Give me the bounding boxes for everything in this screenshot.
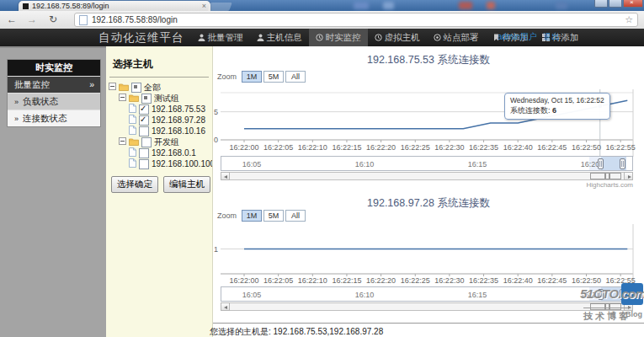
chart-scrollbar[interactable] xyxy=(221,172,633,180)
x-axis-label: 16:22:25 xyxy=(397,143,434,152)
tree-node-192.168.0.1[interactable]: 192.168.0.1 xyxy=(106,147,212,158)
desktop-blur-decoration xyxy=(556,2,567,9)
back-icon[interactable]: ← xyxy=(7,13,17,26)
button-选择确定[interactable]: 选择确定 xyxy=(111,176,158,193)
logout-link[interactable]: 退出 xyxy=(543,31,560,43)
zoom-button-1m[interactable]: 1M xyxy=(242,210,262,222)
chart-navigator[interactable] xyxy=(221,156,633,171)
double-arrow-icon: » xyxy=(89,77,94,93)
zoom-button-5m[interactable]: 5M xyxy=(263,71,284,83)
checkbox-unchecked[interactable] xyxy=(141,137,152,147)
button-编辑主机[interactable]: 编辑主机 xyxy=(163,176,210,193)
sidebar-item-批量监控[interactable]: 批量监控» xyxy=(8,76,100,93)
nav-item-时实监控[interactable]: 时实监控 xyxy=(309,29,368,46)
divider xyxy=(109,77,209,78)
new-tab-button[interactable] xyxy=(207,3,232,11)
chevron-icon: » xyxy=(14,98,19,106)
forward-icon[interactable]: → xyxy=(27,13,37,26)
reload-icon[interactable]: ↻ xyxy=(49,13,57,26)
navigator-tick-label: 16:10 xyxy=(348,160,381,168)
x-axis-label: 16:22:15 xyxy=(328,143,365,152)
scrollbar-thumb[interactable] xyxy=(590,173,621,179)
x-axis-label: 16:22:10 xyxy=(294,143,331,152)
x-axis-label: 16:22:35 xyxy=(466,276,503,285)
y-axis-label: 5 xyxy=(213,108,218,116)
desktop-blur-decoration xyxy=(354,2,369,9)
nav-item-批量管理[interactable]: 批量管理 xyxy=(191,29,250,46)
tree-node-测试组[interactable]: 测试组 xyxy=(106,93,212,104)
chart-navigator[interactable] xyxy=(221,286,633,302)
nav-item-站点部署[interactable]: 站点部署 xyxy=(427,29,486,46)
bookmark-star-icon[interactable]: ☆ xyxy=(625,14,633,25)
nav-item-虚拟主机[interactable]: 虚拟主机 xyxy=(368,29,427,46)
close-window-button[interactable] xyxy=(623,0,643,8)
tree-node-label: 全部 xyxy=(144,82,161,94)
checkbox-checked[interactable] xyxy=(139,104,149,115)
x-axis-label: 16:22:55 xyxy=(602,143,639,152)
tree-node-192.168.75.53[interactable]: 192.168.75.53 xyxy=(106,104,212,115)
minimize-button[interactable] xyxy=(594,0,608,8)
url-text[interactable]: 192.168.75.58:89/login xyxy=(92,15,625,24)
scrollbar-left-arrow[interactable] xyxy=(221,302,230,311)
tooltip-value: 6 xyxy=(552,106,556,115)
collapse-toggle-icon[interactable] xyxy=(109,83,116,92)
tooltip-series-label: 系统连接数: xyxy=(510,106,552,115)
sidebar-item-连接数状态[interactable]: »连接数状态 xyxy=(8,110,100,126)
chart-title: 192.168.75.53 系统连接数 xyxy=(213,53,644,67)
x-axis-label: 16:22:35 xyxy=(466,143,503,152)
x-axis-label: 16:22:40 xyxy=(499,143,536,152)
x-axis-label: 16:22:50 xyxy=(568,143,605,152)
y-axis-label: 0 xyxy=(213,136,218,144)
zoom-button-all[interactable]: All xyxy=(285,210,306,222)
x-axis-label: 16:22:05 xyxy=(260,276,297,285)
zoom-label: Zoom xyxy=(217,72,237,81)
zoom-button-1m[interactable]: 1M xyxy=(242,71,262,83)
scrollbar-right-arrow[interactable] xyxy=(624,172,633,180)
navigator-handle[interactable] xyxy=(598,158,604,169)
tree-node-192.168.100.100[interactable]: 192.168.100.100 xyxy=(106,158,212,169)
navigator-tick-label: 16:15 xyxy=(460,160,494,168)
zoom-button-5m[interactable]: 5M xyxy=(263,210,284,222)
checkbox-unchecked[interactable] xyxy=(139,148,149,158)
nav-item-label: 站点部署 xyxy=(444,32,479,44)
checkbox-checked[interactable] xyxy=(139,115,149,126)
tree-node-192.168.97.28[interactable]: 192.168.97.28 xyxy=(106,115,212,126)
zoom-button-all[interactable]: All xyxy=(285,71,306,83)
maximize-button[interactable] xyxy=(609,0,622,8)
nav-item-label: 虚拟主机 xyxy=(385,32,420,44)
tree-node-label: 192.168.10.16 xyxy=(152,126,205,136)
highcharts-credit[interactable]: Highcharts.com xyxy=(586,181,633,189)
host-file-icon xyxy=(129,147,136,158)
navigator-handle[interactable] xyxy=(620,158,625,169)
checkbox-unchecked[interactable] xyxy=(139,126,149,136)
tab-title: 192.168.75.58:89/login xyxy=(32,2,199,10)
y-axis-label: 1 xyxy=(213,245,218,254)
checkbox-partial[interactable] xyxy=(131,83,141,93)
zoom-label: Zoom xyxy=(217,211,237,220)
host-file-icon xyxy=(129,126,136,136)
tree-node-开发组[interactable]: 开发组 xyxy=(106,136,212,147)
tree-node-全部[interactable]: 全部 xyxy=(106,82,212,93)
page-icon xyxy=(79,15,88,25)
scrollbar-left-arrow[interactable] xyxy=(221,172,230,180)
clock-icon xyxy=(375,33,382,43)
user-icon xyxy=(198,33,205,43)
close-tab-icon[interactable]: × xyxy=(202,3,206,10)
zoom-controls: Zoom1M5MAll xyxy=(217,71,306,83)
collapse-toggle-icon[interactable] xyxy=(119,137,126,147)
window-controls xyxy=(594,0,643,8)
nav-item-主机信息[interactable]: 主机信息 xyxy=(250,29,309,46)
user-icon xyxy=(257,33,264,43)
url-bar[interactable]: 192.168.75.58:89/login ☆ xyxy=(74,13,638,27)
nav-item-label: 时实监控 xyxy=(326,32,361,44)
chart-scrollbar[interactable] xyxy=(221,302,633,311)
checkbox-unchecked[interactable] xyxy=(139,159,149,169)
sidebar-item-负载状态[interactable]: »负载状态 xyxy=(8,93,100,110)
browser-tab-strip: 192.168.75.58:89/login × xyxy=(0,0,644,11)
folder-icon xyxy=(129,94,139,104)
browser-tab[interactable]: 192.168.75.58:89/login × xyxy=(19,1,210,11)
collapse-toggle-icon[interactable] xyxy=(119,94,126,103)
tree-node-192.168.10.16[interactable]: 192.168.10.16 xyxy=(106,126,212,136)
desktop-blur-decoration xyxy=(459,2,472,9)
checkbox-partial[interactable] xyxy=(141,94,152,104)
